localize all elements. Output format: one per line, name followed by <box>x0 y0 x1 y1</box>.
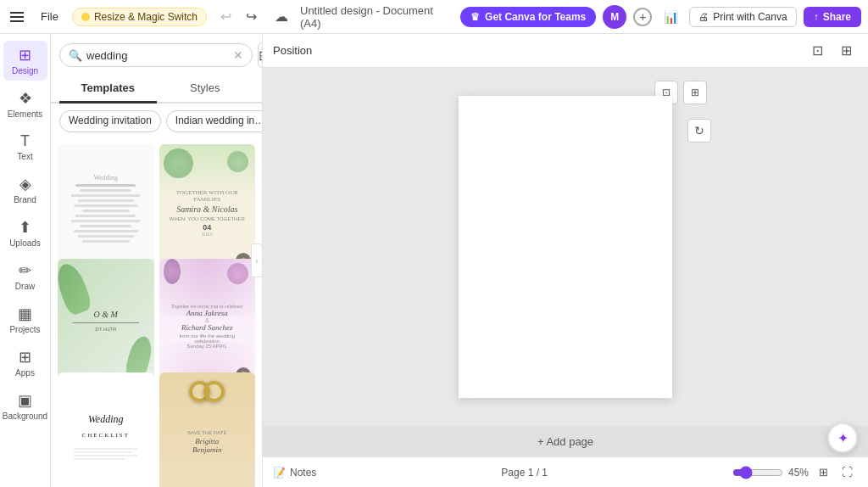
refresh-button[interactable]: ↻ <box>687 119 711 143</box>
magic-assistant-button[interactable]: ✦ <box>827 423 858 453</box>
fullscreen-button[interactable]: ⛶ <box>837 462 858 483</box>
chip-indian-wedding[interactable]: Indian wedding in… <box>166 110 262 132</box>
add-account-button[interactable]: + <box>633 8 652 26</box>
canvas-grid-button[interactable]: ⊡ <box>805 39 829 63</box>
template-card-1[interactable]: Wedding <box>58 144 154 272</box>
grid-view-button[interactable]: ⊞ <box>814 462 834 483</box>
notes-icon: 📝 <box>273 467 286 479</box>
panel-tabs: Templates Styles <box>51 75 262 104</box>
redo-button[interactable]: ↪ <box>239 5 263 29</box>
sidebar-item-background[interactable]: ▣ Background <box>3 386 47 426</box>
main-area: ⊞ Design ❖ Elements T Text ◈ Brand ⬆ Upl… <box>0 34 868 487</box>
background-icon: ▣ <box>18 391 32 410</box>
tab-styles[interactable]: Styles <box>157 75 254 104</box>
design-icon: ⊞ <box>19 46 31 64</box>
share-icon: ↑ <box>814 11 819 23</box>
topbar-right: ♛ Get Canva for Teams M + 📊 🖨 Print with… <box>460 5 861 29</box>
zoom-slider[interactable] <box>732 466 783 479</box>
menu-button[interactable] <box>7 8 27 25</box>
sidebar-item-brand[interactable]: ◈ Brand <box>3 170 47 210</box>
icon-sidebar: ⊞ Design ❖ Elements T Text ◈ Brand ⬆ Upl… <box>0 34 51 487</box>
filter-chips: Wedding invitation Indian wedding in… › <box>51 104 262 139</box>
sidebar-item-elements[interactable]: ❖ Elements <box>3 84 47 124</box>
cloud-save-button[interactable]: ☁ <box>270 5 293 29</box>
collapse-panel-button[interactable]: ‹ <box>251 244 263 277</box>
undo-redo-group: ↩ ↪ <box>214 5 263 29</box>
document-title: Untitled design - Document (A4) <box>300 4 453 30</box>
printer-icon: 🖨 <box>698 11 709 23</box>
tab-templates[interactable]: Templates <box>59 75 157 104</box>
sidebar-item-draw[interactable]: ✏ Draw <box>3 256 47 296</box>
canvas-expand-button[interactable]: ⊞ <box>834 39 858 63</box>
elements-icon: ❖ <box>19 89 32 108</box>
template-card-5[interactable]: Wedding CHECKLIST <box>58 372 154 487</box>
search-clear-button[interactable]: ✕ <box>233 48 243 62</box>
topbar-center: Untitled design - Document (A4) <box>300 4 453 30</box>
canva-teams-button[interactable]: ♛ Get Canva for Teams <box>460 7 596 27</box>
sidebar-item-label: Design <box>12 66 38 76</box>
magic-switch-button[interactable]: Resize & Magic Switch <box>72 8 207 26</box>
search-box[interactable]: 🔍 ✕ <box>59 43 253 67</box>
projects-icon: ▦ <box>18 305 32 323</box>
page-indicator: Page 1 / 1 <box>501 467 548 479</box>
chip-wedding-invitation[interactable]: Wedding invitation <box>59 110 161 132</box>
canvas-document[interactable] <box>459 96 672 398</box>
align-top-button[interactable]: ⊞ <box>683 81 707 104</box>
sidebar-item-projects[interactable]: ▦ Projects <box>3 299 47 339</box>
draw-icon: ✏ <box>19 261 31 280</box>
undo-button[interactable]: ↩ <box>214 5 237 29</box>
avatar[interactable]: M <box>603 5 626 29</box>
template-card-3[interactable]: O & M DY HLTR <box>58 259 154 387</box>
add-page-label: + Add page <box>537 435 593 448</box>
analytics-button[interactable]: 📊 <box>659 5 682 29</box>
template-card-4[interactable]: Together we invite you to celebrate Anna… <box>159 259 256 387</box>
canvas-area: Position ⊡ ⊞ ⊡ ⊞ ↻ + Add page 📝 Notes <box>263 34 868 487</box>
canvas-bottom-bar: 📝 Notes Page 1 / 1 45% ⊞ ⛶ <box>263 456 868 487</box>
notes-button[interactable]: 📝 Notes <box>273 467 316 479</box>
template-card-6[interactable]: SAVE THE DATE Brigitta Benjamin <box>159 372 256 487</box>
filter-button[interactable]: ⊞ <box>258 42 263 68</box>
sidebar-item-design[interactable]: ⊞ Design <box>3 41 47 81</box>
canvas-toolbar: Position ⊡ ⊞ <box>263 34 868 68</box>
zoom-level: 45% <box>788 467 809 479</box>
brand-icon: ◈ <box>19 175 31 193</box>
sidebar-item-text[interactable]: T Text <box>3 127 47 166</box>
apps-icon: ⊞ <box>19 348 31 367</box>
file-menu-button[interactable]: File <box>34 7 65 26</box>
topbar-left: File Resize & Magic Switch ↩ ↪ ☁ <box>7 5 293 29</box>
share-button[interactable]: ↑ Share <box>804 7 861 27</box>
topbar: File Resize & Magic Switch ↩ ↪ ☁ Untitle… <box>0 0 868 34</box>
templates-grid: Wedding <box>51 139 262 487</box>
text-icon: T <box>20 132 30 150</box>
magic-dot <box>81 13 90 21</box>
search-input[interactable] <box>86 49 229 62</box>
uploads-icon: ⬆ <box>19 218 31 237</box>
sidebar-item-uploads[interactable]: ⬆ Uploads <box>3 213 47 253</box>
search-icon: 🔍 <box>69 49 82 62</box>
magic-switch-label: Resize & Magic Switch <box>94 11 198 23</box>
crown-icon: ♛ <box>470 11 480 23</box>
templates-panel: 🔍 ✕ ⊞ Templates Styles Wedding invitatio… <box>51 34 263 487</box>
view-buttons: ⊞ ⛶ <box>814 462 858 483</box>
search-area: 🔍 ✕ ⊞ <box>51 34 262 75</box>
add-page-bar[interactable]: + Add page <box>263 426 868 456</box>
sidebar-item-apps[interactable]: ⊞ Apps <box>3 343 47 383</box>
position-label: Position <box>273 44 312 57</box>
zoom-controls: 45% ⊞ ⛶ <box>732 462 858 483</box>
canvas-main: ⊡ ⊞ ↻ <box>263 68 868 426</box>
template-card-2[interactable]: TOGETHER WITH OUR FAMILIES Samira & Nico… <box>159 144 256 272</box>
print-button[interactable]: 🖨 Print with Canva <box>689 7 796 27</box>
